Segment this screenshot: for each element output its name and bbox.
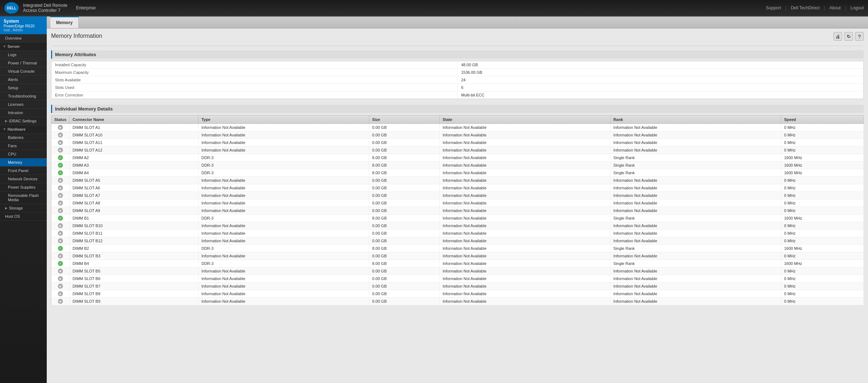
status-icon: ✓ <box>58 163 63 168</box>
status-icon: ◈ <box>58 148 63 153</box>
sidebar-item-setup[interactable]: Setup <box>0 84 47 92</box>
sidebar-item-removable-flash-media[interactable]: Removable Flash Media <box>0 192 47 204</box>
size-cell: 0.00 GB <box>369 275 440 283</box>
hardware-expand-icon: ▼ <box>3 127 6 131</box>
state-cell: Information Not Available <box>439 124 610 131</box>
state-cell: Information Not Available <box>439 290 610 298</box>
state-cell: Information Not Available <box>439 267 610 275</box>
status-cell: ◈ <box>51 192 70 199</box>
cpu-label: CPU <box>8 152 16 156</box>
sidebar-item-fans[interactable]: Fans <box>0 142 47 150</box>
dell-techdirect-link[interactable]: Dell TechDirect <box>791 5 819 10</box>
virtual-console-label: Virtual Console <box>8 69 35 73</box>
status-cell: ◈ <box>51 124 70 131</box>
licenses-label: Licenses <box>8 102 23 107</box>
connector-cell: DIMM B2 <box>69 245 198 252</box>
tab-bar: Memory <box>47 17 868 28</box>
support-link[interactable]: Support <box>766 5 781 10</box>
memory-details-section: Individual Memory Details StatusConnecto… <box>51 105 864 305</box>
rank-cell: Information Not Available <box>610 283 781 290</box>
speed-cell: 0 MHz <box>781 290 863 298</box>
connector-cell: DIMM SLOT A5 <box>69 177 198 184</box>
tab-memory[interactable]: Memory <box>50 17 79 28</box>
about-link[interactable]: About <box>830 5 841 10</box>
sidebar-item-intrusion[interactable]: Intrusion <box>0 109 47 117</box>
sidebar-item-hardware[interactable]: ▼ Hardware <box>0 125 47 134</box>
rank-cell: Information Not Available <box>610 124 781 131</box>
connector-cell: DIMM SLOT A1 <box>69 124 198 131</box>
attr-value: 48.00 GB <box>457 61 864 69</box>
speed-cell: 0 MHz <box>781 184 863 192</box>
status-icon: ◈ <box>58 238 63 243</box>
sidebar-item-power-supplies[interactable]: Power Supplies <box>0 183 47 192</box>
size-cell: 0.00 GB <box>369 147 440 154</box>
status-icon: ✓ <box>58 170 63 175</box>
speed-cell: 0 MHz <box>781 283 863 290</box>
power-thermal-label: Power / Thermal <box>8 61 37 65</box>
rank-cell: Single Rank <box>610 245 781 252</box>
sidebar-item-alerts[interactable]: Alerts <box>0 76 47 84</box>
table-row: ◈ DIMM SLOT B6 Information Not Available… <box>51 275 864 283</box>
table-row: ✓ DIMM A4 DDR-3 8.00 GB Information Not … <box>51 169 864 177</box>
status-icon: ✓ <box>58 246 63 251</box>
sidebar-item-cpu[interactable]: CPU <box>0 150 47 158</box>
sidebar-item-troubleshooting[interactable]: Troubleshooting <box>0 92 47 100</box>
connector-cell: DIMM SLOT A6 <box>69 184 198 192</box>
status-icon: ◈ <box>58 132 63 138</box>
type-cell: Information Not Available <box>198 207 369 215</box>
speed-cell: 0 MHz <box>781 252 863 260</box>
status-icon: ◈ <box>58 193 63 198</box>
speed-cell: 0 MHz <box>781 131 863 139</box>
status-cell: ◈ <box>51 275 70 283</box>
speed-cell: 0 MHz <box>781 139 863 147</box>
overview-label: Overview <box>5 36 22 40</box>
sidebar-item-memory[interactable]: Memory <box>0 158 47 167</box>
sidebar-item-network-devices[interactable]: Network Devices <box>0 175 47 183</box>
memory-label: Memory <box>8 160 22 165</box>
type-cell: Information Not Available <box>198 192 369 199</box>
sidebar-item-storage[interactable]: ▶ Storage <box>0 204 47 212</box>
connector-cell: DIMM B4 <box>69 260 198 267</box>
type-cell: DDR-3 <box>198 162 369 169</box>
sidebar-item-front-panel[interactable]: Front Panel <box>0 167 47 175</box>
header: DELL Integrated Dell Remote Access Contr… <box>0 0 868 17</box>
print-button[interactable]: 🖨 <box>833 32 842 41</box>
table-row: ◈ DIMM SLOT A8 Information Not Available… <box>51 199 864 207</box>
sidebar-item-idrac-settings[interactable]: ▶ iDRAC Settings <box>0 117 47 125</box>
table-row: ✓ DIMM B4 DDR-3 8.00 GB Information Not … <box>51 260 864 267</box>
sidebar-item-logs[interactable]: Logs <box>0 51 47 59</box>
sidebar-item-host-os[interactable]: Host OS <box>0 212 47 221</box>
sidebar-item-power-thermal[interactable]: Power / Thermal <box>0 59 47 67</box>
state-cell: Information Not Available <box>439 252 610 260</box>
refresh-button[interactable]: ↻ <box>844 32 853 41</box>
sidebar-item-overview[interactable]: Overview <box>0 34 47 42</box>
sidebar-item-virtual-console[interactable]: Virtual Console <box>0 67 47 76</box>
rank-cell: Single Rank <box>610 215 781 222</box>
type-cell: DDR-3 <box>198 245 369 252</box>
table-row: ◈ DIMM SLOT A10 Information Not Availabl… <box>51 131 864 139</box>
state-cell: Information Not Available <box>439 131 610 139</box>
status-cell: ◈ <box>51 283 70 290</box>
sidebar-item-licenses[interactable]: Licenses <box>0 100 47 109</box>
logout-link[interactable]: Logout <box>850 5 864 10</box>
sidebar-item-batteries[interactable]: Batteries <box>0 134 47 142</box>
table-row: ✓ DIMM A2 DDR-3 8.00 GB Information Not … <box>51 154 864 162</box>
alerts-label: Alerts <box>8 77 18 82</box>
main-content: Memory Memory Information 🖨 ↻ ? Memory A… <box>47 17 868 383</box>
memory-details-table: StatusConnector NameTypeSizeStateRankSpe… <box>51 115 864 305</box>
state-cell: Information Not Available <box>439 139 610 147</box>
speed-cell: 0 MHz <box>781 222 863 230</box>
size-cell: 0.00 GB <box>369 267 440 275</box>
sidebar-item-server[interactable]: ▼ Server <box>0 42 47 51</box>
size-cell: 8.00 GB <box>369 245 440 252</box>
power-supplies-label: Power Supplies <box>8 185 35 189</box>
table-row: ◈ DIMM SLOT A6 Information Not Available… <box>51 184 864 192</box>
state-cell: Information Not Available <box>439 283 610 290</box>
status-cell: ◈ <box>51 230 70 237</box>
status-cell: ◈ <box>51 267 70 275</box>
storage-label: Storage <box>9 206 23 210</box>
type-cell: Information Not Available <box>198 290 369 298</box>
connector-cell: DIMM SLOT A8 <box>69 199 198 207</box>
help-button[interactable]: ? <box>855 32 864 41</box>
speed-cell: 1600 MHz <box>781 162 863 169</box>
